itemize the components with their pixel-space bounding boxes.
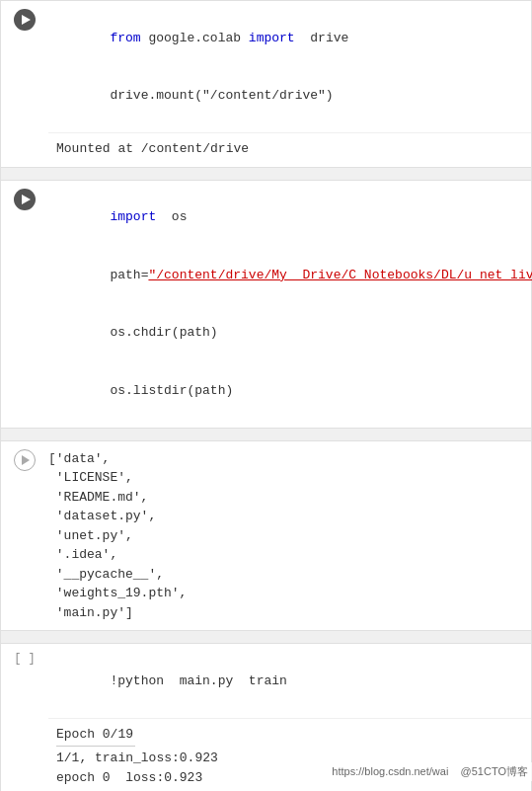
output-line: 'README.md',	[48, 488, 523, 508]
cell-2: import os path="/content/drive/My Drive/…	[0, 180, 532, 429]
output-line: 'LICENSE',	[48, 468, 523, 488]
output-line: '__pycache__',	[48, 565, 523, 585]
output-line: 'dataset.py',	[48, 507, 523, 526]
watermark-left: https://blog.csdn.net/wai	[332, 765, 448, 777]
code-text: os.chdir(path)	[110, 325, 217, 340]
code-text: !python main.py train	[110, 673, 286, 688]
keyword: from	[110, 31, 140, 45]
run-button-2[interactable]	[14, 189, 36, 210]
output-line: 'unet.py',	[48, 526, 523, 546]
run-button-1[interactable]	[14, 9, 36, 31]
output-line: 'weights_19.pth',	[48, 584, 523, 603]
keyword: import	[249, 31, 295, 45]
watermark: https://blog.csdn.net/wai @51CTO博客	[328, 762, 532, 781]
cell-label: [ ]	[14, 652, 36, 666]
run-button-area-1	[1, 1, 48, 31]
code-block-1[interactable]: from google.colab import drive drive.mou…	[48, 1, 531, 132]
code-line: !python main.py train	[48, 652, 523, 710]
triangle-icon-3	[22, 455, 30, 465]
cell-3: ['data', 'LICENSE', 'README.md', 'datase…	[0, 440, 532, 632]
code-text: drive.mount("/content/drive")	[110, 88, 333, 103]
code-line: os.chdir(path)	[48, 304, 532, 362]
output-line: Mounted at /content/drive	[56, 139, 523, 159]
play-icon-1	[22, 15, 31, 25]
output-line: ['data',	[48, 449, 523, 469]
code-text: drive	[295, 31, 349, 45]
code-text: path=	[110, 268, 148, 282]
output-block-3: ['data', 'LICENSE', 'README.md', 'datase…	[48, 441, 531, 631]
run-button-area-2	[1, 181, 48, 210]
run-button-area-3	[1, 441, 48, 471]
path-string: "/content/drive/My Drive/C_Notebooks/DL/…	[148, 268, 532, 282]
keyword: import	[110, 209, 156, 224]
code-line: from google.colab import drive	[48, 9, 523, 67]
code-text: os	[156, 209, 187, 224]
code-line: drive.mount("/content/drive")	[48, 67, 523, 125]
run-button-3[interactable]	[14, 449, 36, 471]
code-text: os.listdir(path)	[110, 383, 233, 398]
cell-gap	[0, 429, 532, 440]
code-text: google.colab	[141, 31, 249, 45]
output-line: '.idea',	[48, 545, 523, 565]
cell-gap	[0, 631, 532, 643]
cell-1: from google.colab import drive drive.mou…	[0, 0, 532, 168]
code-block-4[interactable]: !python main.py train	[48, 644, 531, 718]
code-line: path="/content/drive/My Drive/C_Notebook…	[48, 246, 532, 304]
code-line: os.listdir(path)	[48, 361, 532, 420]
output-line: 'main.py']	[48, 603, 523, 623]
cell-gap	[0, 168, 532, 180]
cell-label-area: [ ]	[1, 644, 48, 666]
play-icon-2	[22, 195, 31, 204]
code-line: import os	[48, 189, 532, 247]
output-line: Epoch 1/19	[56, 787, 523, 791]
output-area-1: Mounted at /content/drive	[48, 132, 531, 167]
watermark-right: @51CTO博客	[461, 765, 528, 777]
code-block-2[interactable]: import os path="/content/drive/My Drive/…	[48, 181, 532, 428]
separator	[56, 746, 135, 747]
output-line: Epoch 0/19	[56, 725, 523, 745]
